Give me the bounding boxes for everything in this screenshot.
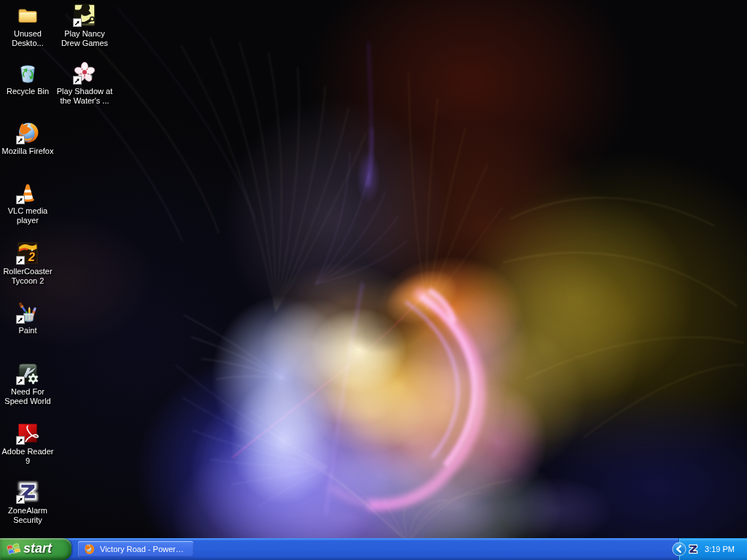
svg-text:2: 2 bbox=[28, 251, 35, 263]
